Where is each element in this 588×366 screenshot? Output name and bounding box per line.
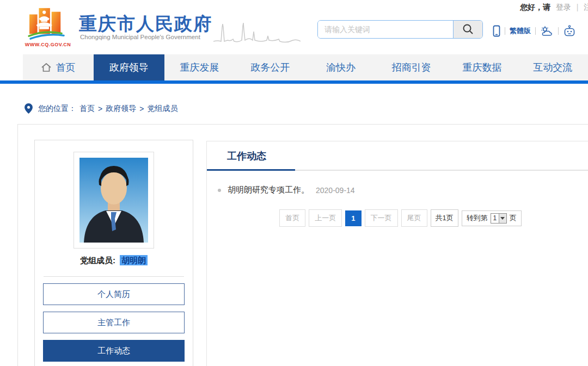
traditional-version-link[interactable]: 繁體版	[510, 26, 531, 36]
nav-item-label: 重庆发展	[180, 61, 219, 74]
mobile-icon[interactable]	[493, 25, 500, 37]
pagination: 首页 上一页 1 下一页 尾页 共1页 转到第 1 页	[207, 209, 588, 227]
pagination-page-1-button[interactable]: 1	[345, 210, 361, 226]
goto-prefix-label: 转到第	[467, 213, 488, 223]
page-select[interactable]: 1	[491, 213, 507, 224]
home-icon	[41, 63, 52, 72]
pagination-first-button[interactable]: 首页	[279, 209, 305, 227]
breadcrumb-current: 党组成员	[147, 104, 177, 114]
nav-item-home[interactable]: 首页	[23, 54, 94, 80]
goto-suffix-label: 页	[510, 213, 517, 223]
search-input[interactable]	[318, 21, 453, 38]
search-icon	[462, 23, 474, 35]
profile-menu: 个人简历 主管工作 工作动态	[43, 283, 185, 362]
search-button[interactable]	[453, 21, 482, 38]
site-url: WWW.CQ.GOV.CN	[20, 42, 76, 47]
leader-photo	[74, 152, 154, 249]
pagination-total-pages: 共1页	[431, 209, 458, 227]
nav-item-label: 政务公开	[250, 61, 290, 74]
login-link[interactable]: 登录	[556, 3, 571, 11]
nav-item-label: 首页	[56, 61, 75, 74]
pagination-last-button[interactable]: 尾页	[401, 209, 427, 227]
gov-logo-icon	[27, 5, 68, 41]
nav-item-yukuaiban[interactable]: 渝快办	[305, 54, 376, 80]
search-box	[317, 20, 483, 39]
greeting-text: 您好，请	[520, 3, 550, 11]
content-wrapper: 党组成员: 胡明朗 个人简历 主管工作 工作动态 工作动态 胡明朗研究专项工作。…	[17, 124, 588, 366]
location-pin-icon	[24, 103, 33, 114]
user-bar-separator: |	[577, 3, 579, 11]
breadcrumb-home[interactable]: 首页	[79, 104, 95, 114]
nav-item-chongqing-data[interactable]: 重庆数据	[447, 54, 518, 80]
page-select-value: 1	[491, 214, 499, 223]
pagination-next-button[interactable]: 下一页	[365, 209, 398, 227]
leader-name-line: 党组成员: 胡明朗	[35, 256, 193, 266]
leader-role-label: 党组成员:	[80, 256, 115, 265]
skyline-decoration-icon	[213, 20, 301, 45]
news-list: 胡明朗研究专项工作。 2020-09-14	[207, 171, 588, 195]
nav-item-government-leaders[interactable]: 政府领导	[94, 54, 164, 80]
leader-profile-panel: 党组成员: 胡明朗 个人简历 主管工作 工作动态	[34, 140, 193, 366]
panel-title-underline	[207, 169, 295, 171]
portrait-image	[79, 158, 148, 243]
panel-title: 工作动态	[227, 141, 266, 171]
quick-links-divider	[505, 27, 505, 35]
leader-name: 胡明朗	[120, 255, 148, 265]
breadcrumb: 您的位置： 首页 > 政府领导 > 党组成员	[24, 103, 177, 114]
nav-item-chongqing-development[interactable]: 重庆发展	[164, 54, 235, 80]
site-subtitle: Chongqing Municipal People's Government	[80, 34, 200, 40]
menu-resume-button[interactable]: 个人简历	[43, 283, 185, 305]
main-nav: 首页 政府领导 重庆发展 政务公开 渝快办 招商引资 重庆数据 互动交流	[23, 54, 588, 80]
menu-duties-button[interactable]: 主管工作	[43, 312, 185, 333]
user-bar: 您好，请 登录 | 注册	[520, 3, 588, 13]
nav-item-gov-affairs[interactable]: 政务公开	[235, 54, 305, 80]
chevron-down-icon	[499, 214, 506, 223]
nav-item-label: 互动交流	[533, 61, 572, 74]
nav-item-investment[interactable]: 招商引资	[376, 54, 447, 80]
register-link[interactable]: 注册	[584, 3, 588, 11]
profile-divider	[44, 276, 184, 277]
nav-item-label: 政府领导	[109, 61, 149, 74]
work-news-panel: 工作动态 胡明朗研究专项工作。 2020-09-14 首页 上一页 1 下一页 …	[206, 141, 588, 366]
breadcrumb-separator: >	[98, 104, 102, 113]
breadcrumb-section[interactable]: 政府领导	[106, 104, 136, 114]
site-header: 您好，请 登录 | 注册 WWW.CQ.GOV.CN 重庆市人民政府 Chong…	[0, 0, 588, 54]
nav-item-label: 渝快办	[326, 61, 356, 74]
bullet-icon	[218, 189, 221, 192]
quick-links-divider	[558, 27, 559, 35]
nav-accent-bar	[0, 80, 588, 84]
quick-links-divider	[535, 27, 536, 35]
news-date: 2020-09-14	[316, 186, 355, 195]
pagination-goto: 转到第 1 页	[462, 210, 522, 226]
news-title[interactable]: 胡明朗研究专项工作。	[228, 185, 309, 195]
nav-item-interaction[interactable]: 互动交流	[517, 54, 588, 80]
robot-icon[interactable]	[563, 25, 576, 37]
nav-item-label: 招商引资	[392, 61, 431, 74]
breadcrumb-separator: >	[139, 104, 144, 113]
nav-item-label: 重庆数据	[462, 61, 501, 74]
list-item[interactable]: 胡明朗研究专项工作。 2020-09-14	[218, 185, 588, 195]
panel-header: 工作动态	[207, 141, 588, 171]
pagination-prev-button[interactable]: 上一页	[309, 209, 342, 227]
site-title: 重庆市人民政府	[79, 12, 212, 36]
menu-work-news-button[interactable]: 工作动态	[43, 340, 185, 362]
quick-links: 繁體版	[493, 24, 576, 38]
breadcrumb-prefix: 您的位置：	[38, 104, 76, 114]
weather-icon[interactable]	[540, 26, 554, 37]
